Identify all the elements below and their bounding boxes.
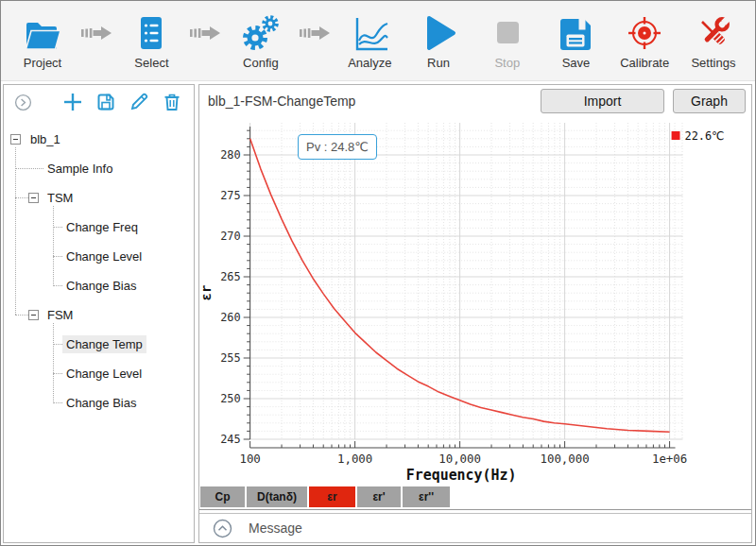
run-button[interactable]: Run xyxy=(408,12,469,70)
tree-node[interactable]: Change Bias xyxy=(4,271,194,300)
toolbar-label: Analyze xyxy=(348,56,391,70)
curve-tabs: Cp D(tanδ) εr εr' εr'' xyxy=(199,486,751,510)
toolbar-label: Project xyxy=(24,56,61,70)
svg-text:280: 280 xyxy=(220,148,240,162)
svg-text:275: 275 xyxy=(220,189,240,202)
svg-text:100,000: 100,000 xyxy=(540,452,589,466)
svg-text:260: 260 xyxy=(220,311,240,324)
tree-node-label: Sample Info xyxy=(43,160,116,178)
toolbar-label: Stop xyxy=(494,56,520,70)
edit-icon[interactable] xyxy=(128,91,150,113)
play-icon xyxy=(418,12,459,54)
chart-icon xyxy=(349,12,390,54)
tree-node[interactable]: Sample Info xyxy=(4,154,194,183)
flow-arrow-icon xyxy=(81,25,113,42)
toolbar-label: Run xyxy=(427,56,450,70)
expander-icon[interactable] xyxy=(28,193,39,203)
toolbar-label: Config xyxy=(243,56,279,70)
svg-text:1,000: 1,000 xyxy=(337,452,372,466)
message-label: Message xyxy=(249,520,302,536)
tree-node-label: blb_1 xyxy=(26,130,64,148)
page-title: blb_1-FSM-ChangeTemp xyxy=(208,94,355,109)
svg-text:270: 270 xyxy=(220,230,240,243)
tab-er-prime[interactable]: εr' xyxy=(357,486,401,507)
svg-text:245: 245 xyxy=(220,433,240,446)
tree-node-root[interactable]: blb_1 xyxy=(4,125,194,154)
stop-icon xyxy=(487,12,528,54)
tree-node-label: Change Bias xyxy=(62,277,140,295)
chart-area: 2452502552602652702752801001,00010,00010… xyxy=(199,117,751,486)
message-bar: Message xyxy=(199,513,751,542)
toolbar-label: Calibrate xyxy=(620,56,669,70)
delete-icon[interactable] xyxy=(161,91,183,113)
main-panel: blb_1-FSM-ChangeTemp Import Graph 245250… xyxy=(198,84,752,543)
tab-er-doubleprime[interactable]: εr'' xyxy=(403,486,450,507)
save-tree-icon[interactable] xyxy=(94,91,117,113)
svg-text:Frequency(Hz): Frequency(Hz) xyxy=(406,467,517,484)
toolbar: Project Select xyxy=(1,1,755,81)
select-button[interactable]: Select xyxy=(121,12,181,70)
project-button[interactable]: Project xyxy=(12,12,73,70)
collapse-message-icon[interactable] xyxy=(213,519,232,538)
folder-icon xyxy=(22,12,63,54)
expander-icon[interactable] xyxy=(28,310,39,320)
tree-node[interactable]: TSM xyxy=(4,183,194,213)
tab-er[interactable]: εr xyxy=(309,486,355,507)
graph-button[interactable]: Graph xyxy=(673,89,746,113)
tree-connector xyxy=(53,206,54,286)
tree-node-label: TSM xyxy=(43,189,77,207)
tree-node-label: Change Level xyxy=(62,365,146,383)
config-button[interactable]: Config xyxy=(231,12,291,70)
project-tree-panel: blb_1 Sample Info TSM Change Freq xyxy=(3,84,195,543)
toolbar-label: Save xyxy=(562,56,591,70)
svg-text:250: 250 xyxy=(220,392,240,405)
flow-arrow-icon xyxy=(300,25,332,42)
chart-tooltip: Pv : 24.8℃ xyxy=(298,134,377,160)
import-button[interactable]: Import xyxy=(541,89,664,113)
tree-node-label: Change Temp xyxy=(62,335,146,353)
toolbar-label: Select xyxy=(134,56,168,70)
gears-icon xyxy=(240,12,282,54)
stop-button: Stop xyxy=(477,12,538,70)
chart-canvas[interactable]: 2452502552602652702752801001,00010,00010… xyxy=(199,117,751,486)
svg-text:255: 255 xyxy=(220,351,240,365)
project-tree: blb_1 Sample Info TSM Change Freq xyxy=(4,119,194,542)
tree-toolbar xyxy=(4,85,194,119)
analyze-button[interactable]: Analyze xyxy=(339,12,400,70)
flow-arrow-icon xyxy=(190,25,222,42)
app-window: Project Select xyxy=(0,0,756,546)
settings-button[interactable]: Settings xyxy=(683,12,744,70)
tree-node[interactable]: FSM xyxy=(4,300,194,330)
tree-node[interactable]: Change Level xyxy=(4,359,194,388)
svg-text:100: 100 xyxy=(239,452,260,466)
tab-d-tand[interactable]: D(tanδ) xyxy=(247,486,307,507)
list-icon xyxy=(130,12,172,54)
tree-node[interactable]: Change Level xyxy=(4,242,194,271)
calibrate-button[interactable]: Calibrate xyxy=(614,12,675,70)
expander-icon[interactable] xyxy=(10,134,21,145)
target-icon xyxy=(624,12,665,54)
svg-text:1e+06: 1e+06 xyxy=(652,452,687,466)
svg-text:265: 265 xyxy=(220,270,240,283)
svg-text:22.6℃: 22.6℃ xyxy=(684,129,724,143)
svg-text:εr: εr xyxy=(199,285,214,301)
content-area: blb_1 Sample Info TSM Change Freq xyxy=(1,82,755,545)
floppy-icon xyxy=(555,12,596,54)
tree-node-label: FSM xyxy=(43,306,77,324)
tree-node[interactable]: Change Freq xyxy=(4,213,194,242)
add-icon[interactable] xyxy=(61,91,84,113)
tree-node-label: Change Level xyxy=(62,247,146,265)
collapse-panel-icon[interactable] xyxy=(14,94,32,111)
toolbar-label: Settings xyxy=(691,56,735,70)
tab-cp[interactable]: Cp xyxy=(200,486,245,507)
tree-node-selected[interactable]: Change Temp xyxy=(4,330,194,359)
tools-icon xyxy=(693,12,734,54)
main-header: blb_1-FSM-ChangeTemp Import Graph xyxy=(199,85,751,117)
tree-node-label: Change Freq xyxy=(62,218,142,236)
svg-text:10,000: 10,000 xyxy=(438,452,481,466)
tree-node[interactable]: Change Bias xyxy=(4,388,194,418)
save-button[interactable]: Save xyxy=(545,12,606,70)
tree-connector xyxy=(53,323,54,403)
tree-node-label: Change Bias xyxy=(62,394,140,412)
tree-connector xyxy=(15,147,16,315)
